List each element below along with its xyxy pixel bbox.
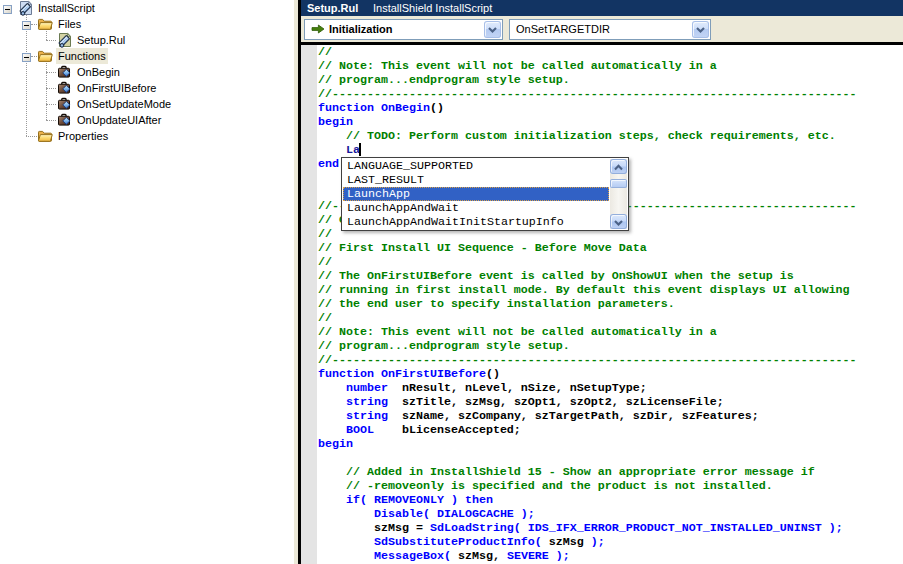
code-line: SdSubstituteProductInfo( szMsg ); (318, 535, 857, 549)
collapse-expander-icon[interactable] (3, 4, 12, 13)
tree-item-label[interactable]: OnUpdateUIAfter (75, 112, 163, 128)
code-editor[interactable]: //// Note: This event will not be called… (301, 45, 903, 564)
script-explorer-tree: InstallScriptFilesSetup.RulFunctionsOnBe… (0, 0, 294, 564)
editor-title: InstallShield InstallScript (373, 0, 492, 16)
autocomplete-item[interactable]: LaunchAppAndWaitInitStartupInfo (343, 215, 609, 229)
code-line: szMsg = SdLoadString( IDS_IFX_ERROR_PROD… (318, 521, 857, 535)
code-line: // (318, 255, 857, 269)
tree-item-label[interactable]: Properties (56, 128, 110, 144)
code-line (318, 451, 857, 465)
collapse-expander-icon[interactable] (22, 20, 31, 29)
code-line: // program...endprogram style setup. (318, 73, 857, 87)
tree-item-label[interactable]: Setup.Rul (75, 32, 127, 48)
editor-toolbar: Initialization OnSetTARGETDIR (301, 16, 903, 42)
code-line: // Note: This event will not be called a… (318, 59, 857, 73)
event-category-value: Initialization (329, 20, 393, 39)
tree-item-properties[interactable]: Properties (0, 128, 294, 144)
code-line: MessageBox( szMsg, SEVERE ); (318, 549, 857, 563)
chevron-up-icon (614, 164, 623, 171)
chevron-down-icon (696, 27, 705, 34)
event-handler-value: OnSetTARGETDIR (516, 20, 610, 39)
chevron-down-icon (488, 27, 497, 34)
chevron-down-icon (614, 220, 623, 227)
code-line: // (318, 45, 857, 59)
code-line: // Note: This event will not be called a… (318, 325, 857, 339)
function-icon (56, 80, 72, 96)
tree-item-setup-rul[interactable]: Setup.Rul (0, 32, 294, 48)
code-line: Disable( DIALOGCACHE ); (318, 507, 857, 521)
code-line: // running in first install mode. By def… (318, 283, 857, 297)
tree-item-label[interactable]: Files (56, 16, 83, 32)
tree-item-label[interactable]: OnBegin (75, 64, 122, 80)
script-editor-panel: Setup.Rul InstallShield InstallScript In… (301, 0, 903, 564)
code-line: //--------------------------------------… (318, 353, 857, 367)
scroll-down-button[interactable] (610, 214, 627, 229)
tree-item-onsetupdatemode[interactable]: OnSetUpdateMode (0, 96, 294, 112)
collapse-expander-icon[interactable] (22, 52, 31, 61)
autocomplete-popup: LANGUAGE_SUPPORTEDLAST_RESULTLaunchAppLa… (341, 157, 629, 231)
code-line: string szName, szCompany, szTargetPath, … (318, 409, 857, 423)
autocomplete-item[interactable]: LaunchApp (343, 187, 609, 201)
code-line: function OnFirstUIBefore() (318, 367, 857, 381)
code-line: number nResult, nLevel, nSize, nSetupTyp… (318, 381, 857, 395)
script-green-icon (56, 32, 72, 48)
text-caret (359, 143, 361, 156)
code-text[interactable]: //// Note: This event will not be called… (318, 45, 857, 563)
editor-margin (301, 45, 317, 564)
code-line: // the end user to specify installation … (318, 297, 857, 311)
event-handler-dropdown-button[interactable] (692, 21, 709, 38)
function-icon (56, 112, 72, 128)
green-right-arrow-icon (311, 24, 325, 36)
code-line: string szTitle, szMsg, szOpt1, szOpt2, s… (318, 395, 857, 409)
event-category-dropdown-button[interactable] (484, 21, 501, 38)
autocomplete-item[interactable]: LAST_RESULT (343, 173, 609, 187)
folder-icon (37, 128, 53, 144)
function-icon (56, 64, 72, 80)
tree-item-label[interactable]: InstallScript (36, 0, 97, 16)
code-line: // program...endprogram style setup. (318, 339, 857, 353)
scroll-up-button[interactable] (610, 159, 627, 174)
editor-header: Setup.Rul InstallShield InstallScript (301, 0, 903, 16)
script-blue-icon (17, 0, 33, 16)
tree-item-onupdateuiafter[interactable]: OnUpdateUIAfter (0, 112, 294, 128)
code-line: // First Install UI Sequence - Before Mo… (318, 241, 857, 255)
code-line: begin (318, 115, 857, 129)
event-handler-combobox[interactable]: OnSetTARGETDIR (509, 19, 711, 40)
autocomplete-item[interactable]: LANGUAGE_SUPPORTED (343, 159, 609, 173)
code-line: // The OnFirstUIBefore event is called b… (318, 269, 857, 283)
editor-file-tab[interactable]: Setup.Rul (307, 0, 358, 16)
code-line: begin (318, 437, 857, 451)
code-line: //--------------------------------------… (318, 87, 857, 101)
popup-scrollbar[interactable] (610, 159, 627, 229)
code-line: // (318, 311, 857, 325)
code-line: if( REMOVEONLY ) then (318, 493, 857, 507)
tree-item-label[interactable]: OnSetUpdateMode (75, 96, 173, 112)
code-line: // TODO: Perform custom initialization s… (318, 129, 857, 143)
folder-icon (37, 16, 53, 32)
event-category-combobox[interactable]: Initialization (304, 19, 503, 40)
autocomplete-item[interactable]: LaunchAppAndWait (343, 201, 609, 215)
tree-item-functions[interactable]: Functions (0, 48, 294, 64)
code-line: // Added in InstallShield 15 - Show an a… (318, 465, 857, 479)
installshield-script-view: InstallScriptFilesSetup.RulFunctionsOnBe… (0, 0, 903, 564)
code-line: // -removeonly is specified and the prod… (318, 479, 857, 493)
code-line: La (318, 143, 857, 157)
tree-item-onfirstuibefore[interactable]: OnFirstUIBefore (0, 80, 294, 96)
tree-item-label[interactable]: Functions (56, 48, 108, 64)
code-line: BOOL bLicenseAccepted; (318, 423, 857, 437)
tree-item-label[interactable]: OnFirstUIBefore (75, 80, 158, 96)
tree-item-files[interactable]: Files (0, 16, 294, 32)
tree-item-installscript[interactable]: InstallScript (0, 0, 294, 16)
code-line: function OnBegin() (318, 101, 857, 115)
folder-icon (37, 48, 53, 64)
scrollbar-thumb[interactable] (610, 179, 627, 188)
function-icon (56, 96, 72, 112)
tree-item-onbegin[interactable]: OnBegin (0, 64, 294, 80)
